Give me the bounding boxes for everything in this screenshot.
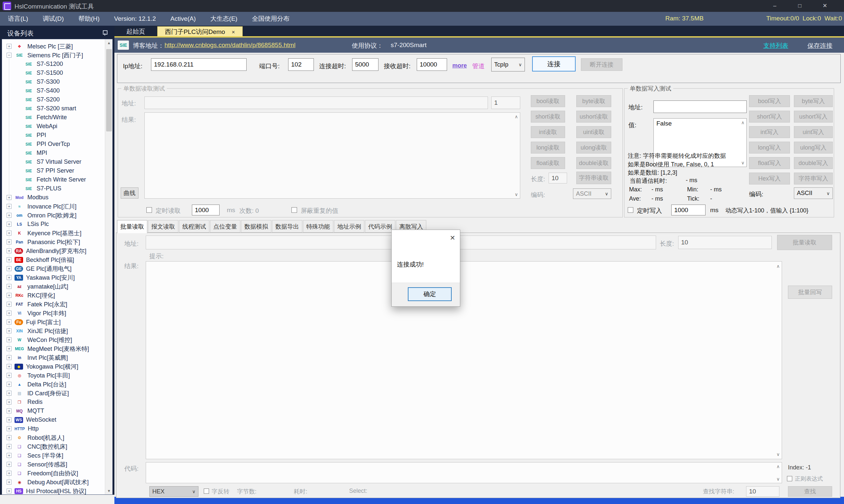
expand-icon[interactable]: + [6,409,12,413]
tree-item[interactable]: +◎Toyota Plc[丰田] [2,371,105,380]
tree-scrollbar[interactable]: ▲ ▼ [105,39,113,494]
tree-item[interactable]: +❑CNC[数控机床] [2,442,105,451]
menu-item[interactable]: Version: 12.1.2 [114,15,156,22]
tree-item[interactable]: +HSHsl Protocal[HSL 协议] [2,487,105,495]
expand-icon[interactable]: + [6,480,12,485]
tree-item[interactable]: +WSWebSocket [2,415,105,424]
expand-icon[interactable]: + [6,462,12,467]
tree-item[interactable]: SIES7-S1500 [2,69,105,77]
scroll-up-icon[interactable]: ∧ [775,264,781,269]
transport-select[interactable]: TcpIp ∨ [491,58,525,71]
dialog-close-icon[interactable]: ✕ [450,234,455,242]
scroll-down-icon[interactable]: ∨ [775,452,781,457]
tree-item[interactable]: +WWeCon Plc[维控] [2,335,105,344]
tree-item[interactable]: +HTTPHttp [2,424,105,433]
expand-icon[interactable]: + [6,222,12,227]
tree-item[interactable]: +❑Freedom[自由协议] [2,469,105,478]
search-input[interactable] [746,486,779,497]
tree-item[interactable]: SIES7 Virtual Server [2,158,105,166]
minimize-button[interactable]: – [768,1,782,11]
tree-item[interactable]: SIEMPI [2,148,105,158]
function-tab[interactable]: 数据导出 [272,220,302,233]
expand-icon[interactable]: + [6,346,12,351]
read-address-input[interactable] [144,96,488,109]
expand-icon[interactable]: + [6,453,12,458]
read-length-input[interactable] [549,173,567,183]
tree-item[interactable]: SIES7-S200 [2,95,105,104]
read-count-input[interactable] [491,96,520,109]
expand-icon[interactable]: + [6,275,12,280]
tree-item[interactable]: +inInvt Plc[英威腾] [2,353,105,362]
read-result-box[interactable]: ∧ ∨ [144,112,520,199]
more-link[interactable]: more [452,62,467,69]
expand-icon[interactable]: + [6,204,12,209]
pipe-link[interactable]: 管道 [472,62,485,71]
expand-icon[interactable]: + [6,417,12,422]
tree-item[interactable]: +LSLSis Plc [2,220,105,229]
menu-item[interactable]: 大生态(E) [210,15,237,23]
tree-item[interactable]: SIES7-S300 [2,77,105,86]
function-tab[interactable]: 代码示例 [365,220,395,233]
scroll-down-icon[interactable]: ∨ [740,160,746,165]
function-tab[interactable]: 特殊功能 [303,220,333,233]
tree-item[interactable]: +GEGE Plc[通用电气] [2,264,105,273]
expand-icon[interactable]: + [6,328,12,334]
tree-item[interactable]: +◆Yokogawa Plc[横河] [2,362,105,371]
tree-item[interactable]: +❒Redis [2,398,105,407]
tree-item[interactable]: SIEFetch Write Server [2,175,105,184]
tree-item[interactable]: +PanPanasonic Plc[松下] [2,237,105,247]
save-connection-link[interactable]: 保存连接 [807,41,832,50]
tree-item[interactable]: +⚙Robot[机器人] [2,433,105,442]
tree-item[interactable]: +XINXinJE Plc[信捷] [2,326,105,335]
tree-item[interactable]: +MEGMegMeet Plc[麦格米特] [2,344,105,353]
scroll-up-icon[interactable]: ∧ [740,120,746,125]
expand-icon[interactable]: + [6,444,12,449]
function-tab[interactable]: 点位变量 [210,220,240,233]
blog-link[interactable]: http://www.cnblogs.com/dathlin/p/8685855… [165,41,295,49]
dialog-ok-button[interactable]: 确定 [408,287,452,301]
pin-icon[interactable] [102,30,107,36]
scroll-up-icon[interactable]: ∧ [775,464,781,469]
tree-item[interactable]: SIEFetch/Write [2,113,105,122]
tree-item[interactable]: SIEWebApi [2,122,105,131]
menu-item[interactable]: 语言(L) [8,15,28,23]
tree-item[interactable]: +FATFatek Plc[永宏] [2,300,105,309]
tree-item[interactable]: +ModModbus [2,193,105,202]
expand-icon[interactable]: + [6,248,12,253]
expand-icon[interactable]: + [6,373,12,378]
tree-item[interactable]: +▲Delta Plc[台达] [2,380,105,389]
menu-item[interactable]: 帮助(H) [79,15,100,23]
expand-icon[interactable]: + [6,435,12,440]
expand-icon[interactable]: + [6,311,12,316]
expand-icon[interactable]: + [6,231,12,236]
tree-item[interactable]: SIES7-PLUS [2,184,105,193]
menu-item[interactable]: Active(A) [170,15,196,22]
connect-timeout-input[interactable] [352,58,378,71]
tab-close-icon[interactable]: × [232,29,235,35]
scroll-up-icon[interactable]: ▲ [105,39,113,47]
tree-item[interactable]: +RKcRKC[理化] [2,291,105,300]
expand-icon[interactable]: + [6,471,12,476]
expand-icon[interactable]: + [6,391,12,396]
format-select[interactable]: HEX ∨ [149,486,199,497]
tree-item[interactable]: +FuFuji Plc[富士] [2,318,105,326]
scroll-up-icon[interactable]: ∧ [513,114,519,119]
support-list-link[interactable]: 支持列表 [763,41,788,50]
write-address-input[interactable] [653,101,747,113]
expand-icon[interactable]: + [6,293,12,298]
expand-icon[interactable]: + [6,302,12,307]
expand-icon[interactable]: + [6,400,12,404]
tree-item[interactable]: +❖Melsec Plc [三菱] [2,42,105,51]
menu-item[interactable]: 调试(D) [42,15,64,23]
expand-icon[interactable]: + [6,213,12,218]
tree-item[interactable]: −SIESiemens Plc [西门子] [2,51,105,60]
tree-item[interactable]: +ViVigor Plc[丰炜] [2,309,105,318]
tree-item[interactable]: +◉Debug About[调试技术] [2,478,105,487]
tree-item[interactable]: +omOmron Plc[欧姆龙] [2,211,105,220]
tree-item[interactable]: +BEBeckhoff Plc[倍福] [2,255,105,264]
tree-item[interactable]: +❑Secs [半导体] [2,451,105,460]
function-tab[interactable]: 报文读取 [148,220,178,233]
tree-item[interactable]: +❑Sensor[传感器] [2,460,105,469]
tree-item[interactable]: SIES7-S1200 [2,60,105,69]
function-tab[interactable]: 线程测试 [179,220,209,233]
